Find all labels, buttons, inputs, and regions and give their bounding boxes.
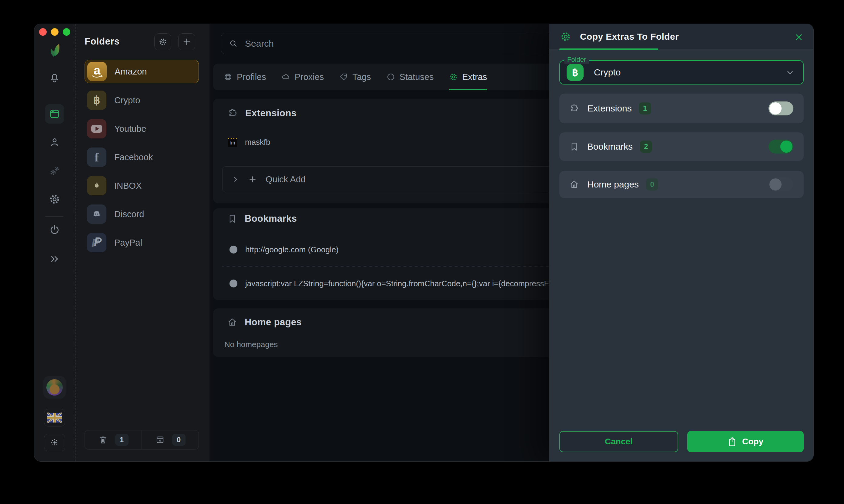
section-title: Home pages	[245, 317, 302, 328]
extension-item-maskfb[interactable]: lm maskfb	[228, 138, 271, 147]
tab-statuses[interactable]: Statuses	[386, 64, 434, 90]
section-title: Bookmarks	[245, 213, 297, 224]
folder-select-dropdown[interactable]: ฿ Crypto	[559, 60, 804, 85]
folders-panel-title: Folders	[85, 36, 119, 47]
bookmark-favicon-placeholder	[229, 280, 237, 287]
account-person-icon[interactable]	[34, 136, 75, 148]
copy-extensions-row: Extensions 1	[559, 94, 804, 123]
bookmarks-toggle[interactable]	[769, 140, 793, 154]
modal-header: Copy Extras To Folder	[549, 24, 814, 49]
folder-field-label: Folder	[564, 56, 589, 64]
crypto-folder-icon: ฿	[567, 64, 584, 81]
power-icon[interactable]	[34, 224, 75, 236]
extension-label: maskfb	[245, 138, 271, 147]
archive-folders-button[interactable]: 0	[142, 430, 199, 449]
copy-button[interactable]: Copy	[687, 431, 804, 452]
bookmark-icon	[227, 214, 237, 224]
chevron-down-icon	[786, 68, 795, 77]
add-folder-button[interactable]	[178, 33, 195, 50]
home-pages-section-header: Home pages	[227, 317, 302, 328]
share-icon	[728, 437, 737, 447]
language-flag-button[interactable]	[44, 409, 65, 427]
statuses-icon	[386, 72, 395, 82]
close-modal-button[interactable]	[793, 31, 805, 43]
toggle-row-label: Extensions	[587, 103, 632, 113]
extensions-section-header: Extensions	[227, 108, 296, 119]
uk-flag-icon	[47, 413, 62, 423]
notifications-bell-icon[interactable]	[34, 71, 75, 84]
settings-gear-icon[interactable]	[34, 193, 75, 205]
sidebar-rail	[34, 24, 75, 461]
modal-title: Copy Extras To Folder	[580, 32, 679, 42]
folder-item-inbox[interactable]: INBOX	[85, 176, 199, 195]
home-icon	[227, 317, 237, 327]
copy-home-pages-row: Home pages 0	[559, 171, 804, 198]
puzzle-icon	[569, 103, 579, 113]
tab-label: Tags	[352, 72, 371, 82]
folder-item-paypal[interactable]: PP PayPal	[85, 233, 199, 252]
folder-item-facebook[interactable]: f Facebook	[85, 147, 199, 167]
folders-settings-button[interactable]	[154, 33, 171, 50]
tab-extras[interactable]: Extras	[449, 64, 487, 90]
cancel-button[interactable]: Cancel	[559, 431, 678, 452]
bookmark-favicon-placeholder	[229, 246, 237, 253]
chevron-right-icon	[231, 175, 240, 183]
folder-label: Discord	[114, 209, 144, 219]
folder-item-crypto[interactable]: ฿ Crypto	[85, 91, 199, 110]
folder-item-discord[interactable]: Discord	[85, 204, 199, 224]
tab-label: Profiles	[237, 72, 266, 82]
flame-folder-icon	[87, 176, 106, 195]
collapse-sidebar-icon[interactable]	[34, 253, 75, 265]
app-logo-icon	[34, 41, 75, 59]
trash-count-badge: 1	[115, 434, 128, 446]
folder-item-youtube[interactable]: Youtube	[85, 119, 199, 139]
youtube-folder-icon	[87, 119, 106, 139]
toggle-row-label: Bookmarks	[587, 141, 633, 152]
tab-label: Proxies	[295, 72, 324, 82]
folders-panel: Folders a Amazon ฿ Crypto	[75, 24, 209, 461]
theme-toggle-button[interactable]	[44, 434, 65, 451]
trash-icon	[98, 435, 108, 445]
tab-proxies[interactable]: Proxies	[281, 64, 324, 90]
bookmark-label: http://google.com (Google)	[245, 245, 339, 254]
zoom-window-button[interactable]	[63, 28, 70, 36]
gear-icon	[449, 72, 458, 82]
folder-label: INBOX	[114, 181, 142, 191]
sun-icon	[50, 438, 59, 447]
bookmark-icon	[569, 141, 579, 152]
folder-label: Crypto	[114, 95, 140, 105]
tab-tags[interactable]: Tags	[339, 64, 371, 90]
browser-profiles-tab-icon[interactable]	[45, 104, 64, 124]
copy-button-label: Copy	[742, 437, 763, 447]
bookmark-label: javascript:var LZString=function(){var o…	[245, 279, 549, 288]
no-homepages-text: No homepages	[224, 340, 278, 349]
folder-item-amazon[interactable]: a Amazon	[85, 60, 199, 83]
folder-select-value: Crypto	[594, 67, 621, 77]
folders-footer: 1 0	[85, 430, 199, 449]
home-pages-toggle[interactable]	[769, 178, 793, 192]
close-window-button[interactable]	[39, 28, 47, 36]
home-pages-count-badge: 0	[646, 178, 658, 191]
gear-icon	[560, 31, 571, 42]
user-avatar[interactable]	[44, 376, 66, 399]
archive-count-badge: 0	[172, 434, 186, 446]
folder-label: PayPal	[114, 238, 142, 248]
modal-title-underline	[559, 49, 658, 50]
maskfb-extension-icon: lm	[228, 138, 237, 147]
window-controls	[39, 28, 70, 36]
close-icon	[794, 32, 804, 42]
copy-extras-modal: Copy Extras To Folder Folder ฿ Crypto Ex…	[549, 24, 814, 462]
automation-gears-icon[interactable]	[34, 165, 75, 177]
tab-profiles[interactable]: Profiles	[223, 64, 266, 90]
copy-bookmarks-row: Bookmarks 2	[559, 132, 804, 161]
bookmarks-count-badge: 2	[640, 141, 652, 152]
minimize-window-button[interactable]	[51, 28, 58, 36]
discord-folder-icon	[87, 204, 106, 224]
archive-icon	[155, 435, 165, 445]
trash-folders-button[interactable]: 1	[85, 430, 142, 449]
folder-label: Amazon	[115, 67, 147, 77]
section-title: Extensions	[245, 108, 296, 119]
extensions-toggle[interactable]	[769, 102, 793, 115]
rail-divider	[45, 216, 63, 217]
facebook-folder-icon: f	[87, 147, 106, 167]
